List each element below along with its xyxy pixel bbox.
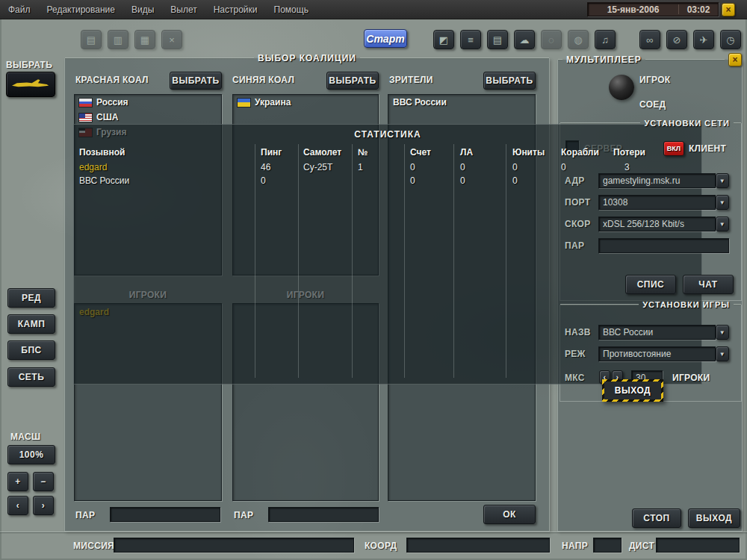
zoom-in-button[interactable]: + [7, 472, 28, 491]
blue-select-button[interactable]: ВЫБРАТЬ [326, 72, 379, 90]
date-display: 15-янв-2006 [588, 4, 678, 15]
time-toolbar-button[interactable]: ◷ [720, 30, 741, 49]
country-row-usa[interactable]: США [75, 110, 221, 125]
port-dropdown-button[interactable]: ▼ [716, 195, 729, 210]
menu-flight[interactable]: Вылет [162, 4, 205, 15]
sound-icon: ♫ [601, 34, 609, 46]
spectator-row[interactable]: ВВС России [388, 95, 535, 110]
menu-settings[interactable]: Настройки [205, 4, 266, 15]
player-mode-label: ИГРОК [639, 75, 670, 85]
exit-button[interactable]: ВЫХОД [688, 508, 740, 528]
coordinates-label: КООРД [365, 541, 397, 551]
zoom-out-button[interactable]: − [33, 472, 54, 491]
country-row-ukraine[interactable]: Украина [233, 95, 378, 110]
red-password-input[interactable] [110, 507, 220, 522]
panel-border-line [65, 57, 254, 59]
red-coalition-header: КРАСНАЯ КОАЛ [75, 75, 149, 85]
game-mode-input[interactable] [598, 346, 716, 361]
campaign-button[interactable]: КАМП [7, 314, 55, 334]
net-password-input[interactable] [598, 238, 729, 253]
client-label: КЛИЕНТ [689, 143, 726, 154]
page-prev-button[interactable]: ‹ [7, 496, 28, 515]
aircraft-silhouette-icon [10, 77, 52, 92]
select-aircraft-label: ВЫБРАТЬ [6, 60, 52, 70]
spectators-select-button[interactable]: ВЫБРАТЬ [483, 72, 536, 90]
panel-border-line [558, 59, 562, 60]
section-border-line [734, 304, 741, 305]
chat-button[interactable]: ЧАТ [683, 275, 734, 294]
speed-dropdown-button[interactable]: ▼ [716, 217, 729, 231]
briefing-toolbar-button[interactable]: ◩ [433, 30, 454, 49]
game-mode-dropdown-button[interactable]: ▼ [716, 346, 729, 361]
menu-edit[interactable]: Редактирование [39, 4, 123, 15]
red-select-button[interactable]: ВЫБРАТЬ [170, 72, 222, 90]
connection-knob-icon[interactable] [609, 75, 634, 100]
heading-input[interactable] [593, 538, 622, 553]
menu-file[interactable]: Файл [0, 4, 39, 15]
panel-border-line [360, 57, 549, 59]
address-input[interactable] [598, 173, 716, 188]
usa-flag-icon [79, 113, 92, 122]
game-name-input[interactable] [598, 325, 716, 340]
country-name: США [96, 112, 118, 122]
multiplayer-close-button[interactable]: × [728, 53, 742, 66]
network-toolbar-button[interactable]: ◌ [541, 30, 562, 49]
ukraine-flag-icon [238, 99, 250, 107]
stats-cell: 46 [261, 162, 270, 172]
page-next-button[interactable]: › [33, 496, 54, 515]
app-window: Файл Редактирование Виды Вылет Настройки… [0, 0, 747, 560]
speed-input[interactable] [598, 217, 716, 231]
coordinates-input[interactable] [406, 538, 550, 553]
quick-mission-button[interactable]: БПС [7, 340, 55, 360]
records-toolbar-button[interactable]: ▤ [487, 30, 508, 49]
address-dropdown-button[interactable]: ▼ [716, 173, 729, 188]
briefing-icon: ◩ [439, 34, 448, 46]
aircraft-select-button[interactable] [6, 72, 55, 97]
save-toolbar-button[interactable]: ▦ [134, 30, 155, 49]
statistics-overlay: СТАТИСТИКА Позывной Пинг Самолет № Счет … [73, 124, 702, 385]
menu-views[interactable]: Виды [123, 4, 162, 15]
menu-help[interactable]: Помощь [266, 4, 317, 15]
start-button[interactable]: Старт [364, 29, 407, 48]
fly-toolbar-button[interactable]: ✈ [693, 30, 714, 49]
distance-input[interactable] [656, 538, 740, 553]
blue-password-input[interactable] [268, 507, 379, 522]
stats-cell: 0 [512, 175, 518, 186]
stats-column-divider [506, 144, 506, 378]
stats-cell: 0 [261, 175, 266, 186]
zoom-level-button[interactable]: 100% [7, 445, 55, 464]
country-row-russia[interactable]: Россия [75, 95, 221, 110]
stop-button[interactable]: СТОП [632, 508, 681, 528]
ban-toolbar-button[interactable]: ⊘ [666, 30, 687, 49]
bottom-divider [0, 532, 747, 533]
file-icon: ▤ [87, 34, 96, 46]
net-password-label: ПАР [565, 240, 584, 251]
address-label: АДР [565, 175, 585, 186]
payload-toolbar-button[interactable]: ≡ [460, 30, 481, 49]
awards-toolbar-button[interactable]: ◍ [568, 30, 589, 49]
file-toolbar-button[interactable]: ▤ [81, 30, 102, 49]
editor-button[interactable]: РЕД [7, 288, 55, 308]
sound-toolbar-button[interactable]: ♫ [595, 30, 616, 49]
ok-button[interactable]: ОК [483, 505, 536, 524]
section-border-line [560, 122, 640, 124]
close-mission-toolbar-button[interactable]: × [161, 30, 182, 49]
max-players-label: МКС [565, 373, 585, 383]
stats-header-units: Юниты [512, 147, 545, 158]
binoculars-toolbar-button[interactable]: ∞ [639, 30, 660, 49]
server-list-button[interactable]: СПИС [625, 275, 676, 294]
stats-column-divider [453, 144, 454, 378]
stats-cell: Су-25Т [303, 162, 332, 172]
weather-toolbar-button[interactable]: ☁ [514, 30, 535, 49]
game-mode-label: РЕЖ [565, 349, 586, 359]
game-name-dropdown-button[interactable]: ▼ [716, 325, 729, 340]
folder-toolbar-button[interactable]: ▥ [108, 30, 128, 49]
chevron-down-icon: ▼ [719, 351, 725, 358]
statistics-title: СТАТИСТИКА [74, 129, 701, 140]
port-input[interactable] [598, 195, 716, 210]
mission-input[interactable] [114, 538, 354, 553]
window-close-button[interactable]: × [722, 3, 735, 16]
stats-column-divider [255, 144, 255, 378]
network-button[interactable]: СЕТЬ [7, 367, 55, 387]
server-on-button[interactable]: ВКЛ [663, 141, 684, 156]
